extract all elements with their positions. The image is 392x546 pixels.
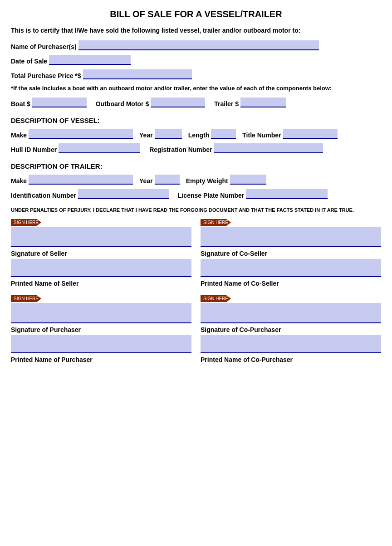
trailer-make-label: Make: [11, 177, 27, 185]
trailer-row1: Make Year Empty Weight: [11, 175, 381, 185]
coseller-sig-block: SIGN HERE Signature of Co-Seller Printed…: [201, 218, 381, 289]
vessel-hull-input[interactable]: [59, 143, 140, 153]
trailer-row2: Identification Number License Plate Numb…: [11, 189, 381, 199]
trailer-price-group: Trailer $: [214, 98, 286, 107]
vessel-length-input[interactable]: [211, 129, 236, 139]
copurchaser-name-input[interactable]: [201, 335, 381, 353]
seller-sig-input[interactable]: [11, 227, 191, 247]
coseller-sig-input[interactable]: [201, 227, 381, 247]
outboard-group: Outboard Motor $: [96, 98, 205, 107]
vessel-section-title: DESCRIPTION OF VESSEL:: [11, 117, 381, 124]
purchaser-name-row: Name of Purchaser(s): [11, 40, 381, 50]
seller-sig-arrow: SIGN HERE: [11, 219, 41, 226]
perjury-text: UNDER PENALTIES OF PERJURY, I DECLARE TH…: [11, 206, 381, 214]
trailer-empty-weight-input[interactable]: [230, 175, 266, 185]
vessel-make-input[interactable]: [29, 129, 133, 139]
purchaser-sig-arrow: SIGN HERE: [11, 295, 41, 302]
trailer-year-label: Year: [139, 177, 153, 185]
seller-name-input[interactable]: [11, 259, 191, 277]
total-price-input[interactable]: [83, 69, 192, 79]
outboard-label: Outboard Motor $: [96, 100, 149, 107]
copurchaser-sig-label: Signature of Co-Purchaser: [201, 326, 381, 333]
vessel-reg-input[interactable]: [214, 143, 323, 153]
vessel-length-label: Length: [188, 132, 210, 139]
components-note: *If the sale includes a boat with an out…: [11, 84, 381, 93]
outboard-price-input[interactable]: [151, 98, 205, 107]
copurchaser-sig-input[interactable]: [201, 303, 381, 323]
vessel-year-label: Year: [139, 132, 153, 139]
trailer-make-input[interactable]: [29, 175, 133, 185]
copurchaser-sig-arrow: SIGN HERE: [201, 295, 231, 302]
intro-text: This is to certify that I/We have sold t…: [11, 27, 381, 34]
seller-printed-label: Printed Name of Seller: [11, 280, 191, 287]
trailer-price-input[interactable]: [240, 98, 286, 107]
purchaser-sig-label: Signature of Purchaser: [11, 326, 191, 333]
trailer-empty-weight-label: Empty Weight: [186, 177, 228, 185]
trailer-section-title: DESCRIPTION OF TRAILER:: [11, 162, 381, 170]
seller-sig-block: SIGN HERE Signature of Seller Printed Na…: [11, 218, 191, 289]
date-of-sale-label: Date of Sale: [11, 58, 47, 65]
coseller-name-input[interactable]: [201, 259, 381, 277]
coseller-sig-label: Signature of Co-Seller: [201, 250, 381, 257]
purchaser-sig-block: SIGN HERE Signature of Purchaser Printed…: [11, 294, 191, 365]
total-price-label: Total Purchase Price *$: [11, 72, 81, 79]
trailer-id-input[interactable]: [78, 189, 169, 199]
boat-label: Boat $: [11, 100, 30, 107]
trailer-price-label: Trailer $: [214, 100, 239, 107]
vessel-title-label: Title Number: [242, 132, 281, 139]
coseller-printed-label: Printed Name of Co-Seller: [201, 280, 381, 287]
purchaser-sig-input[interactable]: [11, 303, 191, 323]
total-price-row: Total Purchase Price *$: [11, 69, 381, 79]
trailer-year-input[interactable]: [155, 175, 180, 185]
copurchaser-sig-block: SIGN HERE Signature of Co-Purchaser Prin…: [201, 294, 381, 365]
purchaser-name-input[interactable]: [78, 40, 319, 50]
page-title: BILL OF SALE FOR A VESSEL/TRAILER: [11, 9, 381, 20]
vessel-hull-label: Hull ID Number: [11, 146, 57, 153]
seller-sig-label: Signature of Seller: [11, 250, 191, 257]
boat-price-input[interactable]: [32, 98, 87, 107]
date-of-sale-row: Date of Sale: [11, 55, 381, 65]
components-row: Boat $ Outboard Motor $ Trailer $: [11, 98, 381, 107]
vessel-reg-label: Registration Number: [149, 146, 212, 153]
copurchaser-printed-label: Printed Name of Co-Purchaser: [201, 356, 381, 363]
trailer-id-label: Identification Number: [11, 192, 76, 199]
vessel-row2: Hull ID Number Registration Number: [11, 143, 381, 153]
boat-group: Boat $: [11, 98, 87, 107]
purchaser-printed-label: Printed Name of Purchaser: [11, 356, 191, 363]
purchaser-name-input[interactable]: [11, 335, 191, 353]
purchaser-name-label: Name of Purchaser(s): [11, 43, 77, 50]
vessel-year-input[interactable]: [155, 129, 182, 139]
signature-grid: SIGN HERE Signature of Seller Printed Na…: [11, 218, 381, 370]
trailer-plate-label: License Plate Number: [178, 192, 244, 199]
date-of-sale-input[interactable]: [49, 55, 131, 65]
vessel-title-input[interactable]: [283, 129, 338, 139]
trailer-plate-input[interactable]: [246, 189, 328, 199]
coseller-sig-arrow: SIGN HERE: [201, 219, 231, 226]
vessel-make-label: Make: [11, 132, 27, 139]
vessel-row1: Make Year Length Title Number: [11, 129, 381, 139]
